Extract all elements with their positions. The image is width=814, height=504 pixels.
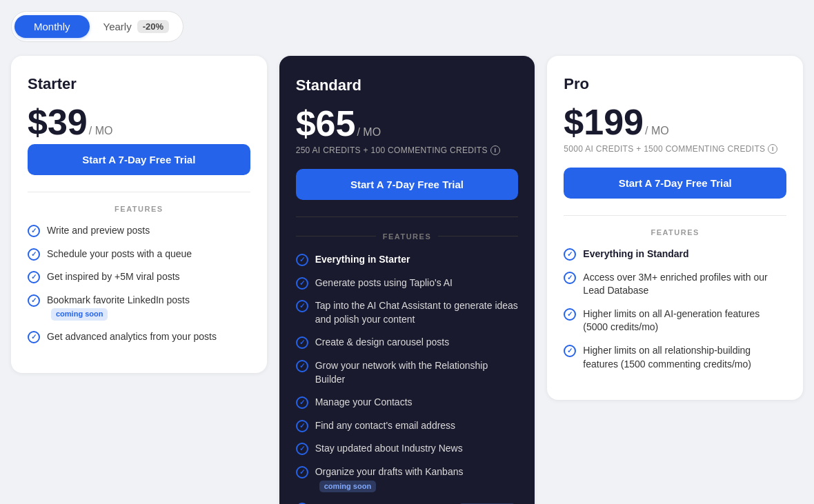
feature-text: Manage your Contacts (315, 396, 519, 410)
pro-credits-info: 5000 AI CREDITS + 1500 COMMENTING CREDIT… (564, 144, 786, 154)
feature-text: Get inspired by +5M viral posts (47, 270, 250, 284)
features-divider: FEATURES (296, 230, 519, 242)
list-item: Bookmark favorite LinkedIn posts coming … (28, 294, 250, 321)
check-icon (296, 443, 308, 455)
check-icon (296, 300, 308, 312)
pro-price-period: / MO (645, 125, 669, 137)
starter-price: $39 / MO (28, 104, 250, 140)
pro-price: $199 / MO (564, 104, 786, 140)
check-icon (564, 272, 576, 284)
standard-plan-name: Standard (296, 77, 519, 94)
list-item: Organize your drafts with Kanbans coming… (296, 465, 519, 492)
starter-features-label: FEATURES (28, 205, 250, 213)
check-icon (296, 277, 308, 290)
feature-text: Find any contact's email address (315, 419, 519, 433)
coming-soon-badge: coming soon (319, 481, 376, 492)
list-item: Tap into the AI Chat Assistant to genera… (296, 299, 519, 326)
billing-toggle: Monthly Yearly -20% (11, 11, 183, 42)
feature-text: Get advanced analytics from your posts (47, 330, 250, 344)
yearly-wrapper: Yearly -20% (92, 14, 181, 39)
info-icon[interactable]: i (768, 144, 777, 154)
pro-cta-button[interactable]: Start A 7-Day Free Trial (564, 168, 786, 199)
list-item: Stay updated about Industry News (296, 442, 519, 456)
pro-plan-card: Pro $199 / MO 5000 AI CREDITS + 1500 COM… (547, 56, 803, 400)
check-icon (564, 345, 576, 357)
feature-text: Everything in Standard (583, 248, 786, 261)
standard-plan-card: Standard $65 / MO 250 AI CREDITS + 100 C… (279, 56, 535, 504)
feature-text: Stay updated about Industry News (315, 442, 519, 456)
list-item: Find any contact's email address (296, 419, 519, 433)
check-icon (296, 336, 308, 349)
standard-price: $65 / MO (296, 105, 519, 141)
list-item: Write and preview posts (28, 224, 250, 238)
list-item: Create & design carousel posts (296, 336, 519, 350)
check-icon (296, 360, 308, 372)
check-icon (28, 271, 40, 283)
feature-text: Higher limits on all AI-generation featu… (583, 308, 786, 334)
list-item: Schedule your posts with a queue (28, 248, 250, 261)
plans-container: Starter $39 / MO Start A 7-Day Free Tria… (11, 56, 803, 504)
list-item: Everything in Standard (564, 248, 786, 261)
list-item: Higher limits on all AI-generation featu… (564, 308, 786, 334)
feature-text: Organize your drafts with Kanbans coming… (315, 465, 519, 492)
check-icon (564, 308, 576, 321)
feature-text: Schedule your posts with a queue (47, 248, 250, 261)
standard-features-section: FEATURES Everything in Starter Generate … (296, 216, 519, 504)
feature-text: Grow your network with the Relationship … (315, 359, 519, 386)
standard-price-amount: $65 (296, 105, 356, 141)
feature-text: Create & design carousel posts (315, 336, 519, 350)
feature-text: Generate posts using Taplio's AI (315, 276, 519, 290)
monthly-toggle-btn[interactable]: Monthly (14, 15, 90, 38)
starter-plan-card: Starter $39 / MO Start A 7-Day Free Tria… (11, 56, 267, 373)
feature-text: Access over 3M+ enriched profiles with o… (583, 271, 786, 298)
list-item: Everything in Starter (296, 253, 519, 267)
list-item: Higher limits on all relationship-buildi… (564, 344, 786, 371)
standard-features-label: FEATURES (376, 232, 438, 241)
check-icon (296, 396, 308, 409)
info-icon[interactable]: i (490, 145, 500, 155)
coming-soon-badge: coming soon (51, 308, 108, 320)
list-item: Grow your network with the Relationship … (296, 359, 519, 386)
starter-features-section: FEATURES Write and preview posts Schedul… (28, 192, 250, 344)
list-item: Get advanced analytics from your posts (28, 330, 250, 344)
yearly-label: Yearly (103, 21, 132, 32)
list-item: Access over 3M+ enriched profiles with o… (564, 271, 786, 298)
pro-plan-name: Pro (564, 75, 786, 93)
starter-cta-button[interactable]: Start A 7-Day Free Trial (28, 144, 250, 175)
discount-badge: -20% (137, 20, 169, 33)
feature-text: Write and preview posts (47, 224, 250, 238)
standard-cta-button[interactable]: Start A 7-Day Free Trial (296, 169, 519, 200)
starter-price-period: / MO (89, 125, 113, 137)
starter-plan-name: Starter (28, 75, 250, 93)
standard-price-period: / MO (357, 126, 381, 139)
list-item: Manage your Contacts (296, 396, 519, 410)
check-icon (28, 248, 40, 261)
check-icon (28, 294, 40, 307)
check-icon (296, 420, 308, 432)
feature-text: Tap into the AI Chat Assistant to genera… (315, 299, 519, 326)
feature-text: Higher limits on all relationship-buildi… (583, 344, 786, 371)
check-icon (296, 466, 308, 478)
list-item: Get inspired by +5M viral posts (28, 270, 250, 284)
check-icon (28, 225, 40, 237)
feature-text: Everything in Starter (315, 253, 519, 267)
list-item: Generate posts using Taplio's AI (296, 276, 519, 290)
check-icon (28, 331, 40, 343)
starter-price-amount: $39 (28, 104, 88, 140)
check-icon (564, 248, 576, 261)
check-icon (296, 254, 308, 266)
feature-text: Bookmark favorite LinkedIn posts coming … (47, 294, 250, 321)
pro-features-label: FEATURES (564, 228, 786, 236)
standard-credits-info: 250 AI CREDITS + 100 COMMENTING CREDITS … (296, 145, 519, 155)
pro-features-section: FEATURES Everything in Standard Access o… (564, 215, 786, 371)
pro-price-amount: $199 (564, 104, 644, 140)
